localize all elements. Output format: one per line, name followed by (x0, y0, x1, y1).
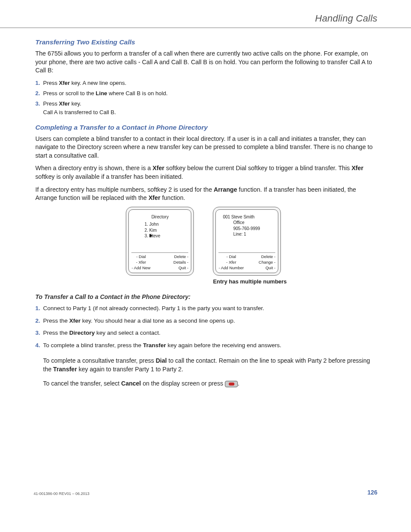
bold: Line (96, 90, 107, 96)
bold: Arrange (214, 186, 237, 193)
bold: Transfer (143, 342, 166, 348)
text: Line: 1 (233, 231, 275, 237)
step-number: 1. (35, 79, 43, 87)
text: key. You should hear a dial tone as a se… (81, 317, 235, 324)
step-1: 1. Press Xfer key. A new line opens. (35, 79, 377, 87)
section2-p2: When a directory entry is shown, there i… (35, 164, 377, 181)
section1-title: Transferring Two Existing Calls (35, 38, 377, 46)
text: Press the (43, 317, 69, 324)
step-2: 2. Press the Xfer key. You should hear a… (35, 317, 377, 325)
step-number: 3. (35, 329, 43, 337)
section3-steps: 1. Connect to Party 1 (if not already co… (35, 305, 377, 350)
page-footer: 41-001386-00 REV01 – 06.2013 126 (34, 489, 377, 496)
softkey: Quit - (258, 265, 275, 271)
text: Office (233, 220, 275, 226)
screen-list: 1. John 2. Kim 3. Steve (131, 221, 188, 239)
text: on the display screen or press (141, 380, 225, 387)
section1-steps: 1. Press Xfer key. A new line opens. 2. … (35, 79, 377, 117)
step-subtext: Call A is transferred to Call B. (43, 109, 377, 116)
softkey: - Xfer (218, 260, 244, 265)
step-1: 1. Connect to Party 1 (if not already co… (35, 305, 377, 313)
bold: Transfer (53, 366, 77, 373)
step-3: 3. Press the Directory key and select a … (35, 329, 377, 337)
text: Press (43, 100, 59, 107)
softkey: - Dial (131, 254, 150, 260)
softkey: - Add New (131, 265, 150, 271)
text: Press (43, 80, 59, 86)
step-3: 3. Press Xfer key.Call A is transferred … (35, 100, 377, 116)
step-text: Press Xfer key. A new line opens. (43, 79, 377, 87)
softkey: - Add Number (218, 265, 244, 271)
list-item: 1. John (144, 221, 188, 227)
step-number: 1. (35, 305, 43, 313)
text: softkey is only available if a transfer … (35, 173, 183, 180)
bold: Dial (156, 357, 167, 364)
header-rule (0, 28, 411, 28)
text: key. A new line opens. (70, 80, 126, 86)
text: function. (160, 194, 185, 201)
screen-2: 001 Steve Smith Office 905-760-9999 Line… (213, 207, 286, 285)
text: softkey below the current Dial softkey t… (165, 165, 352, 171)
text: key again before the receiving end answe… (166, 342, 281, 348)
section2-p3: If a directory entry has multiple number… (35, 186, 377, 202)
section3-title: To Transfer a Call to a Contact in the P… (35, 293, 377, 300)
step-text: Press Xfer key.Call A is transferred to … (43, 100, 377, 116)
step-4: 4. To complete a blind transfer, press t… (35, 342, 377, 350)
softkey: Change - (258, 260, 275, 265)
screen-caption: Entry has multiple numbers (213, 278, 286, 285)
footer-rev: 41-001386-00 REV01 – 06.2013 (34, 492, 90, 496)
hangup-key-icon (225, 381, 238, 387)
softkeys: - Dial - Xfer - Add Number Delete - Chan… (218, 252, 275, 271)
running-header: Handling Calls (34, 13, 377, 28)
text: key. (70, 100, 81, 107)
bold: Xfer (69, 317, 81, 324)
text: 905-760-9999 (233, 226, 275, 232)
softkey: - Dial (218, 254, 244, 260)
text: Press or scroll to the (43, 90, 96, 96)
arrow-icon (149, 234, 153, 237)
phone-frame: Directory 1. John 2. Kim 3. Steve - Dial… (126, 207, 194, 276)
section2-p1: Users can complete a blind transfer to a… (35, 135, 377, 160)
softkey: Delete - (174, 254, 189, 260)
step-number: 4. (35, 342, 43, 350)
softkey: Quit - (174, 265, 189, 271)
text: To cancel the transfer, select (43, 380, 121, 387)
extra-para-2: To cancel the transfer, select Cancel on… (43, 380, 377, 388)
step-number: 3. (35, 100, 43, 108)
bold: Xfer (59, 80, 70, 86)
bold: Xfer (352, 165, 364, 171)
step-text: Press or scroll to the Line where Call B… (43, 90, 377, 97)
list-item: 2. Kim (144, 227, 188, 233)
softkey: Delete - (258, 254, 275, 260)
bold: Xfer (149, 194, 161, 201)
section2-title: Completing a Transfer to a Contact in Ph… (35, 124, 377, 131)
screen-title: 001 Steve Smith (223, 214, 275, 220)
softkey: Details - (174, 260, 189, 265)
step-number: 2. (35, 90, 43, 97)
screen-title: Directory (131, 214, 188, 220)
page-number: 126 (367, 489, 377, 496)
bold: Xfer (153, 165, 165, 171)
step-text: Press the Xfer key. You should hear a di… (43, 317, 377, 325)
phone-frame: 001 Steve Smith Office 905-760-9999 Line… (213, 207, 281, 276)
list-item-selected: 3. Steve (144, 233, 188, 239)
step-2: 2. Press or scroll to the Line where Cal… (35, 90, 377, 97)
bold: Directory (69, 330, 95, 336)
softkey: - Xfer (131, 260, 150, 265)
screen-illustrations: Directory 1. John 2. Kim 3. Steve - Dial… (35, 207, 377, 285)
text: To complete a blind transfer, press the (43, 342, 143, 348)
text: Press the (43, 330, 69, 336)
bold: Xfer (59, 100, 70, 107)
text: where Call B is on hold. (107, 90, 168, 96)
text: . (238, 380, 240, 387)
text: key again to transfer Party 1 to Party 2… (77, 366, 184, 373)
text: When a directory entry is shown, there i… (35, 165, 153, 171)
step-text: Connect to Party 1 (if not already conne… (43, 305, 377, 313)
step-number: 2. (35, 317, 43, 325)
step-text: Press the Directory key and select a con… (43, 329, 377, 337)
softkeys: - Dial - Xfer - Add New Delete - Details… (131, 252, 188, 271)
extra-para-1: To complete a consultative transfer, pre… (43, 357, 377, 373)
step-text: To complete a blind transfer, press the … (43, 342, 377, 350)
text: key and select a contact. (95, 330, 160, 336)
bold: Cancel (121, 380, 141, 387)
